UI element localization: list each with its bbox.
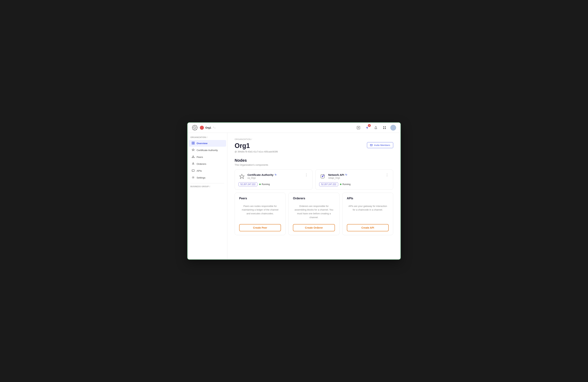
svg-point-15 xyxy=(376,129,376,129)
page-header: Org1 @ 394d0c78-43d1-41c7-b1cc-405cadc90… xyxy=(235,142,393,153)
org-id: 394d0c78-43d1-41c7-b1cc-405cadc903f8 xyxy=(237,151,278,153)
svg-marker-13 xyxy=(366,126,368,129)
topbar: Org1 ⌃⌄ 3 xyxy=(188,123,400,133)
ca-node-info: Certificate Authority ↻ ca_Org1 xyxy=(238,173,277,180)
topbar-left: Org1 ⌃⌄ xyxy=(192,125,216,131)
sidebar-apis-label: APIs xyxy=(197,170,202,172)
info-cards-row: Peers Peers are nodes responsible for ma… xyxy=(235,193,393,235)
ca-status-badge: Running xyxy=(259,183,270,186)
sidebar-settings-label: Settings xyxy=(197,176,206,179)
orderers-card-desc: Orderers are responsible for assembling … xyxy=(293,203,335,221)
sidebar-item-orderers[interactable]: Orderers xyxy=(189,161,226,167)
ca-subtitle: ca_Org1 xyxy=(248,177,277,179)
settings-icon xyxy=(191,176,195,179)
svg-rect-18 xyxy=(383,128,384,129)
network-api-card: Network API ↻ netapi_Org1 ⋮ 52.207.247.2… xyxy=(315,170,393,190)
sidebar-item-peers[interactable]: Peers xyxy=(189,154,226,160)
ca-icon xyxy=(238,173,245,180)
invite-icon xyxy=(370,144,373,147)
svg-point-25 xyxy=(192,157,193,158)
nodes-section-title: Nodes xyxy=(235,158,393,163)
svg-rect-23 xyxy=(193,143,194,144)
netapi-menu-button[interactable]: ⋮ xyxy=(385,173,389,177)
apis-info-card: APIs APIs are your gateway for interacti… xyxy=(342,193,393,235)
ca-refresh-icon[interactable]: ↻ xyxy=(275,173,277,176)
sidebar-item-settings[interactable]: Settings xyxy=(189,174,226,181)
svg-point-33 xyxy=(194,164,194,164)
page-title-block: Org1 @ 394d0c78-43d1-41c7-b1cc-405cadc90… xyxy=(235,142,278,153)
sidebar-item-certificate-authority[interactable]: Certificate Authority xyxy=(189,147,226,153)
apis-icon: >_ xyxy=(191,169,195,172)
topbar-right: 3 xyxy=(356,125,396,131)
overview-icon xyxy=(191,142,195,145)
sidebar: ORGANIZATION / Overview xyxy=(188,133,227,259)
svg-line-8 xyxy=(196,126,197,127)
org-selector[interactable]: Org1 ⌃⌄ xyxy=(200,126,216,130)
user-avatar[interactable] xyxy=(390,125,396,131)
bell-icon-button[interactable] xyxy=(373,125,379,131)
svg-point-30 xyxy=(193,163,193,163)
org-name-label: Org1 xyxy=(205,126,211,129)
svg-rect-20 xyxy=(192,142,193,143)
at-symbol: @ xyxy=(235,151,237,153)
svg-point-38 xyxy=(193,177,194,178)
ca-menu-button[interactable]: ⋮ xyxy=(304,173,309,177)
apis-card-desc: APIs are your gateway for interaction fo… xyxy=(347,203,389,221)
ca-ip-badge[interactable]: 52.207.247.222 xyxy=(238,182,257,186)
svg-point-1 xyxy=(194,127,196,129)
create-peer-button[interactable]: Create Peer xyxy=(239,224,281,231)
svg-rect-22 xyxy=(192,143,193,144)
certificate-icon xyxy=(191,149,195,152)
lightning-icon-button[interactable]: 3 xyxy=(364,125,370,131)
orderers-icon xyxy=(191,162,195,166)
grid-icon-button[interactable] xyxy=(382,125,387,131)
add-icon-button[interactable] xyxy=(356,125,361,131)
nodes-section-desc: This Organization's components xyxy=(235,164,393,166)
svg-rect-17 xyxy=(385,126,386,127)
app-window: Org1 ⌃⌄ 3 xyxy=(187,122,401,260)
netapi-node-info: Network API ↻ netapi_Org1 xyxy=(319,173,347,180)
ca-footer: 52.207.247.222 Running xyxy=(238,182,309,186)
peers-card-title: Peers xyxy=(239,197,281,200)
netapi-status-label: Running xyxy=(342,183,351,186)
netapi-refresh-icon[interactable]: ↻ xyxy=(345,173,347,176)
svg-point-32 xyxy=(192,164,193,164)
svg-line-6 xyxy=(193,126,194,127)
netapi-ip-badge[interactable]: 52.207.247.222 xyxy=(319,182,338,186)
svg-line-28 xyxy=(193,156,194,157)
create-api-button[interactable]: Create API xyxy=(347,224,389,231)
node-cards-row: Certificate Authority ↻ ca_Org1 ⋮ 52.207… xyxy=(235,170,393,190)
sidebar-overview-label: Overview xyxy=(197,142,208,145)
app-logo xyxy=(192,125,198,131)
breadcrumb: ORGANIZATION / xyxy=(235,138,393,140)
netapi-subtitle: netapi_Org1 xyxy=(328,177,347,179)
netapi-status-badge: Running xyxy=(340,183,351,186)
create-orderer-button[interactable]: Create Orderer xyxy=(293,224,335,231)
sidebar-item-overview[interactable]: Overview xyxy=(189,140,226,147)
svg-rect-16 xyxy=(383,126,384,127)
svg-point-24 xyxy=(193,156,193,156)
ca-title: Certificate Authority ↻ xyxy=(248,173,277,176)
org-avatar xyxy=(200,126,204,130)
svg-line-27 xyxy=(192,156,193,157)
peers-card-desc: Peers are nodes responsible for maintain… xyxy=(239,203,281,221)
netapi-status-dot xyxy=(340,184,341,185)
svg-rect-21 xyxy=(193,142,194,143)
sidebar-orderers-label: Orderers xyxy=(197,163,206,165)
sidebar-divider xyxy=(190,183,224,183)
netapi-title: Network API ↻ xyxy=(328,173,347,176)
netapi-icon xyxy=(319,173,326,180)
svg-point-26 xyxy=(194,157,194,158)
chevron-down-icon: ⌃⌄ xyxy=(213,127,216,129)
sidebar-business-group-label: BUSINESS GROUP / xyxy=(188,186,227,189)
sidebar-peers-label: Peers xyxy=(197,156,203,158)
netapi-footer: 52.207.247.222 Running xyxy=(319,182,389,186)
ca-card-header: Certificate Authority ↻ ca_Org1 ⋮ xyxy=(238,173,309,180)
ca-status-dot xyxy=(259,184,261,185)
invite-members-button[interactable]: Invite Members xyxy=(367,142,393,148)
page-subtitle: @ 394d0c78-43d1-41c7-b1cc-405cadc903f8 xyxy=(235,151,278,153)
ca-name-wrap: Certificate Authority ↻ ca_Org1 xyxy=(248,173,277,179)
sidebar-ca-label: Certificate Authority xyxy=(197,149,218,152)
sidebar-item-apis[interactable]: >_ APIs xyxy=(189,168,226,174)
notification-badge: 3 xyxy=(368,124,371,127)
